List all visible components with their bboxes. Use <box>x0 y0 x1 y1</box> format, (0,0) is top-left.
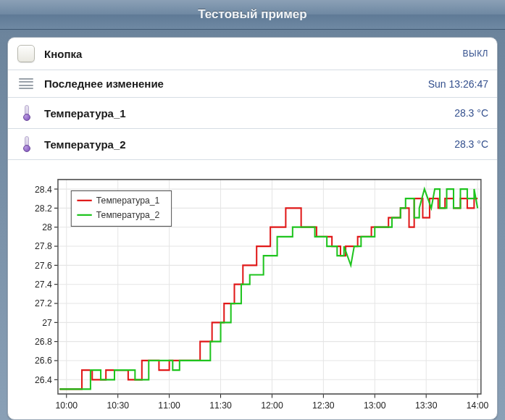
svg-text:26.4: 26.4 <box>35 374 52 385</box>
svg-text:28: 28 <box>42 222 52 233</box>
row-temp1-value: 28.3 °C <box>454 107 488 119</box>
row-temperature-2[interactable]: Температура_2 28.3 °C <box>8 129 497 160</box>
svg-text:11:00: 11:00 <box>158 400 180 411</box>
row-temperature-1[interactable]: Температура_1 28.3 °C <box>8 98 497 129</box>
thermometer-icon <box>17 136 36 152</box>
svg-text:27.8: 27.8 <box>35 240 52 252</box>
svg-text:Температура_2: Температура_2 <box>96 209 159 221</box>
thermometer-icon <box>17 105 36 121</box>
switch-icon <box>17 45 36 62</box>
text-lines-icon <box>17 78 36 90</box>
svg-text:10:30: 10:30 <box>107 400 129 411</box>
svg-text:27.4: 27.4 <box>35 279 52 290</box>
svg-text:Температура_1: Температура_1 <box>96 195 159 206</box>
row-temp2-label: Температура_2 <box>44 138 126 151</box>
svg-text:27.2: 27.2 <box>35 298 52 309</box>
svg-text:26.6: 26.6 <box>35 355 52 366</box>
row-temp1-label: Температура_1 <box>44 107 126 119</box>
svg-text:13:00: 13:00 <box>364 400 386 411</box>
svg-text:28.2: 28.2 <box>35 202 52 214</box>
window-title: Тестовый пример <box>0 0 505 30</box>
row-last-modified[interactable]: Последнее изменение Sun 13:26:47 <box>8 70 497 98</box>
row-button-value: ВЫКЛ <box>463 49 489 59</box>
svg-text:27: 27 <box>42 316 52 328</box>
svg-text:12:00: 12:00 <box>261 400 283 411</box>
svg-text:13:30: 13:30 <box>415 400 438 411</box>
svg-text:26.8: 26.8 <box>35 336 52 348</box>
svg-text:14:00: 14:00 <box>467 400 488 411</box>
content-panel: Кнопка ВЫКЛ Последнее изменение Sun 13:2… <box>7 37 498 420</box>
row-temp2-value: 28.3 °C <box>454 138 488 150</box>
chart-container: 26.426.626.82727.227.427.627.82828.228.4… <box>8 160 497 419</box>
row-lastmod-label: Последнее изменение <box>44 77 164 90</box>
svg-text:10:00: 10:00 <box>56 400 78 411</box>
row-lastmod-value: Sun 13:26:47 <box>428 78 488 90</box>
temperature-chart: 26.426.626.82727.227.427.627.82828.228.4… <box>17 173 488 415</box>
svg-text:11:30: 11:30 <box>209 400 232 411</box>
row-button[interactable]: Кнопка ВЫКЛ <box>8 38 497 70</box>
svg-text:12:30: 12:30 <box>312 400 335 411</box>
title-text: Тестовый пример <box>198 7 306 22</box>
svg-text:27.6: 27.6 <box>35 259 52 271</box>
row-button-label: Кнопка <box>44 48 82 60</box>
svg-text:28.4: 28.4 <box>35 183 52 195</box>
